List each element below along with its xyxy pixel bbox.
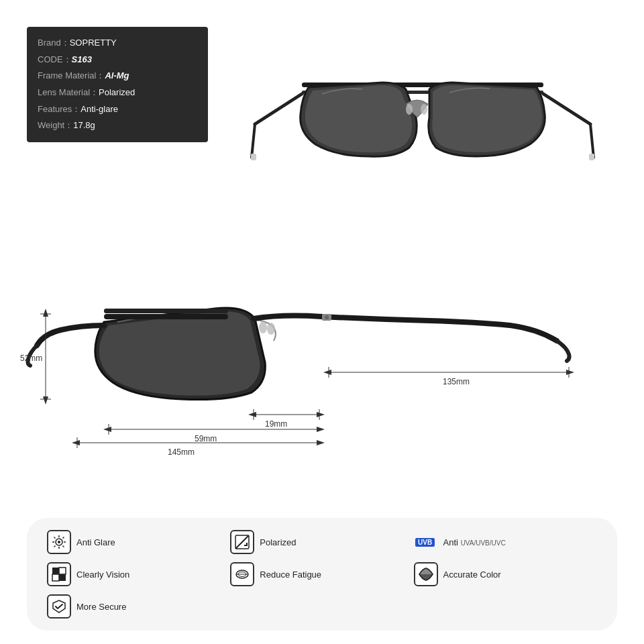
svg-rect-56 [52, 568, 59, 574]
svg-line-3 [252, 124, 255, 158]
polarized-label: Polarized [260, 537, 296, 547]
frame-value: Al-Mg [105, 68, 129, 85]
svg-text:19mm: 19mm [265, 419, 287, 429]
weight-value: 17.8g [73, 117, 95, 134]
svg-rect-8 [251, 154, 256, 160]
svg-point-45 [58, 541, 60, 543]
brand-value: SOPRETTY [70, 35, 117, 52]
svg-point-13 [267, 323, 275, 335]
svg-line-55 [235, 535, 249, 549]
front-view-area [228, 20, 617, 228]
svg-marker-39 [323, 370, 331, 375]
feature-accurate-color: Accurate Color [414, 562, 597, 586]
svg-text:135mm: 135mm [443, 377, 470, 386]
svg-marker-18 [43, 396, 48, 405]
anti-glare-icon [47, 530, 71, 554]
svg-line-51 [63, 546, 64, 547]
side-view-svg: 52mm 19mm 59mm 145mm 135mm [0, 241, 644, 523]
uvb-icon: UVB [414, 530, 438, 554]
side-view-area: 52mm 19mm 59mm 145mm 135mm [0, 241, 644, 523]
accurate-color-label: Accurate Color [443, 570, 501, 580]
svg-line-50 [54, 537, 56, 539]
frame-label: Frame Material： [38, 68, 105, 85]
uvb-badge: UVB [415, 538, 435, 547]
svg-point-6 [406, 104, 413, 115]
svg-rect-9 [589, 154, 594, 160]
features-value: Anti-glare [80, 101, 118, 118]
svg-line-53 [54, 546, 56, 547]
svg-marker-40 [566, 370, 574, 375]
code-label: CODE： [38, 52, 72, 68]
svg-text:145mm: 145mm [168, 447, 195, 457]
svg-marker-29 [103, 427, 111, 432]
feature-clearly-vision: Clearly Vision [47, 562, 230, 586]
lens-label: Lens Material： [38, 85, 99, 101]
lens-value: Polarized [99, 85, 135, 101]
svg-rect-59 [59, 574, 66, 581]
feature-anti-glare: Anti Glare [47, 530, 230, 554]
clearly-vision-label: Clearly Vision [76, 570, 129, 580]
weight-label: Weight： [38, 117, 73, 134]
brand-label: Brand： [38, 35, 70, 52]
svg-marker-30 [317, 427, 325, 432]
features-label: Features： [38, 101, 80, 118]
clearly-vision-icon [47, 562, 71, 586]
svg-text:52mm: 52mm [20, 354, 42, 363]
feature-reduce-fatigue: Reduce Fatigue [230, 562, 413, 586]
svg-rect-57 [59, 568, 66, 574]
svg-marker-24 [317, 412, 325, 417]
svg-text:59mm: 59mm [195, 434, 217, 443]
svg-point-15 [325, 315, 329, 319]
svg-line-52 [63, 537, 64, 539]
svg-marker-23 [248, 412, 256, 417]
polarized-icon [230, 530, 254, 554]
reduce-fatigue-icon [230, 562, 254, 586]
svg-point-12 [259, 321, 267, 333]
code-value: S163 [72, 52, 92, 68]
front-view-svg [248, 37, 597, 211]
feature-more-secure: More Secure [47, 594, 230, 619]
svg-line-2 [255, 94, 302, 124]
svg-point-7 [421, 104, 427, 115]
svg-rect-11 [104, 309, 228, 313]
svg-rect-58 [52, 574, 59, 581]
svg-rect-10 [104, 314, 228, 319]
accurate-color-icon [414, 562, 438, 586]
features-bar: Anti Glare Polarized UVB Anti UVA/UVB/UV… [27, 518, 617, 631]
svg-marker-34 [72, 440, 80, 445]
feature-polarized: Polarized [230, 530, 413, 554]
more-secure-icon [47, 594, 71, 619]
svg-marker-17 [43, 309, 48, 317]
anti-uv-label: Anti UVA/UVB/UVC [443, 537, 506, 547]
feature-anti-uv: UVB Anti UVA/UVB/UVC [414, 530, 597, 554]
svg-line-4 [543, 94, 590, 124]
reduce-fatigue-label: Reduce Fatigue [260, 570, 321, 580]
more-secure-label: More Secure [76, 602, 126, 612]
svg-line-5 [590, 124, 594, 158]
specs-box: Brand： SOPRETTY CODE： S163 Frame Materia… [27, 27, 208, 142]
anti-glare-label: Anti Glare [76, 537, 115, 547]
svg-marker-35 [317, 440, 325, 445]
